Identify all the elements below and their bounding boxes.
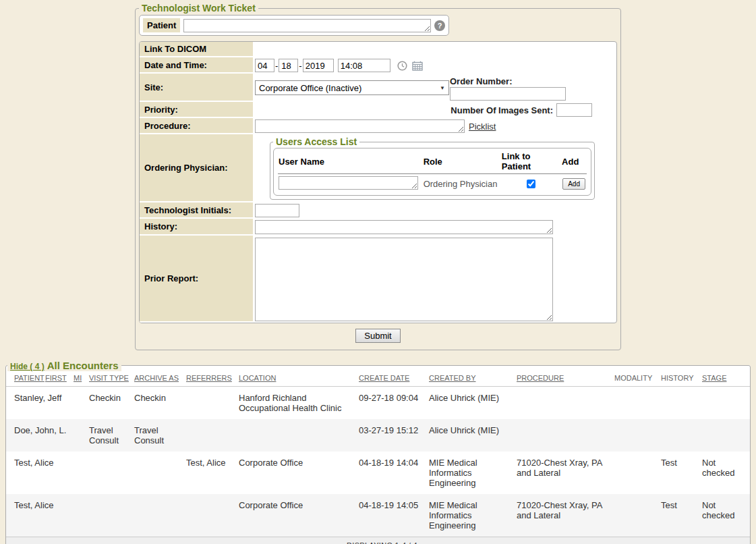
cell-modality bbox=[614, 452, 661, 494]
column-header-location[interactable]: LOCATION bbox=[239, 371, 359, 387]
cell-procedure bbox=[517, 387, 614, 420]
ual-header-add: Add bbox=[561, 151, 587, 174]
cell-modality bbox=[614, 494, 661, 537]
column-header-create-date[interactable]: CREATE DATE bbox=[359, 371, 429, 387]
technologist-initials-input[interactable] bbox=[255, 204, 299, 217]
cell-stage bbox=[702, 419, 750, 452]
all-encounters-panel: Hide ( 4 )All Encounters PATIENT FIRST M… bbox=[5, 360, 751, 544]
history-row: History: bbox=[140, 219, 616, 236]
cell-mi bbox=[74, 452, 89, 494]
displaying-count: DISPLAYING 1-4 / 4 bbox=[6, 537, 750, 544]
cell-visit-type: Checkin bbox=[89, 387, 134, 420]
cell-created-by: Alice Uhrick (MIE) bbox=[429, 419, 517, 452]
cell-stage bbox=[702, 387, 750, 420]
column-header-archive-as[interactable]: ARCHIVE AS bbox=[134, 371, 186, 387]
cell-stage: Not checked bbox=[702, 452, 750, 494]
procedure-row: Procedure: Picklist bbox=[140, 118, 616, 134]
column-header-procedure[interactable]: PROCEDURE bbox=[517, 371, 614, 387]
site-select[interactable]: Corporate Office (Inactive) ▼ bbox=[255, 80, 449, 95]
order-number-input[interactable] bbox=[450, 87, 566, 101]
date-time-label: Date and Time: bbox=[140, 57, 253, 74]
encounter-row[interactable]: Doe, John, L. Travel Consult Travel Cons… bbox=[6, 419, 750, 452]
cell-create-date: 03-27-19 15:12 bbox=[359, 419, 429, 452]
procedure-content: Picklist bbox=[253, 118, 616, 134]
encounters-header-row: PATIENT FIRST MI VISIT TYPE ARCHIVE AS R… bbox=[6, 371, 750, 387]
cell-create-date: 04-18-19 14:05 bbox=[359, 494, 429, 537]
column-header-created-by[interactable]: CREATED BY bbox=[429, 371, 517, 387]
procedure-input[interactable] bbox=[255, 119, 465, 133]
table-footer-row: DISPLAYING 1-4 / 4 bbox=[6, 537, 750, 544]
cell-referrers bbox=[186, 494, 239, 537]
calendar-icon[interactable] bbox=[412, 61, 423, 71]
cell-procedure bbox=[517, 419, 614, 452]
ordering-physician-content: Users Access List User Name Role Link to… bbox=[253, 134, 616, 202]
ual-header-user-name: User Name bbox=[278, 151, 423, 174]
time-input[interactable] bbox=[338, 59, 390, 72]
patient-input[interactable] bbox=[183, 19, 431, 32]
history-input[interactable] bbox=[255, 220, 553, 234]
submit-row: Submit bbox=[139, 323, 617, 344]
work-ticket-fields: Link To DICOM Date and Time: - - bbox=[139, 41, 617, 323]
cell-created-by: MIE Medical Informatics Engineering bbox=[429, 452, 517, 494]
cell-location: Corporate Office bbox=[239, 494, 359, 537]
encounter-row[interactable]: Stanley, Jeff Checkin Checkin Hanford Ri… bbox=[6, 387, 750, 420]
help-icon[interactable]: ? bbox=[434, 20, 445, 31]
submit-button[interactable]: Submit bbox=[355, 329, 400, 343]
site-label: Site: bbox=[140, 74, 253, 102]
all-encounters-title: All Encounters bbox=[47, 360, 119, 371]
cell-create-date: 04-18-19 14:04 bbox=[359, 452, 429, 494]
add-user-button[interactable]: Add bbox=[562, 178, 585, 190]
cell-referrers bbox=[186, 419, 239, 452]
cell-referrers: Test, Alice bbox=[186, 452, 239, 494]
prior-report-row: Prior Report: bbox=[140, 236, 616, 323]
users-access-list: Users Access List User Name Role Link to… bbox=[270, 136, 595, 200]
user-name-input[interactable] bbox=[279, 176, 418, 190]
date-day-input[interactable] bbox=[279, 59, 298, 72]
column-header-first[interactable]: FIRST bbox=[45, 371, 74, 387]
date-separator: - bbox=[275, 61, 278, 71]
cell-patient: Doe, John, L. bbox=[6, 419, 45, 452]
order-number-group: Order Number: bbox=[450, 75, 566, 101]
cell-mi bbox=[74, 419, 89, 452]
ual-header-role: Role bbox=[423, 151, 501, 174]
chevron-down-icon: ▼ bbox=[440, 85, 445, 91]
cell-patient: Test, Alice bbox=[6, 452, 45, 494]
link-to-patient-checkbox[interactable] bbox=[527, 180, 535, 188]
link-to-dicom-label: Link To DICOM bbox=[140, 42, 253, 57]
images-sent-input[interactable] bbox=[556, 103, 592, 117]
cell-modality bbox=[614, 387, 661, 420]
cell-history: Test bbox=[661, 494, 702, 537]
cell-mi bbox=[74, 387, 89, 420]
column-header-visit-type[interactable]: VISIT TYPE bbox=[89, 371, 134, 387]
picklist-link[interactable]: Picklist bbox=[469, 121, 496, 132]
date-month-input[interactable] bbox=[255, 59, 274, 72]
column-header-patient[interactable]: PATIENT bbox=[6, 371, 45, 387]
prior-report-label: Prior Report: bbox=[140, 236, 253, 323]
cell-archive-as: Checkin bbox=[134, 387, 186, 420]
order-number-label: Order Number: bbox=[450, 76, 512, 86]
cell-visit-type bbox=[89, 494, 134, 537]
ual-role-value: Ordering Physician bbox=[423, 174, 501, 192]
ual-header-link-to-patient: Link to Patient bbox=[501, 151, 561, 174]
procedure-label: Procedure: bbox=[140, 118, 253, 134]
prior-report-input[interactable] bbox=[255, 238, 553, 321]
column-header-referrers[interactable]: REFERRERS bbox=[186, 371, 239, 387]
images-sent-label: Number Of Images Sent: bbox=[450, 105, 553, 115]
date-year-input[interactable] bbox=[303, 59, 334, 72]
cell-history: Test bbox=[661, 452, 702, 494]
cell-create-date: 09-27-18 09:04 bbox=[359, 387, 429, 420]
cell-created-by: MIE Medical Informatics Engineering bbox=[429, 494, 517, 537]
link-to-dicom-content bbox=[253, 42, 616, 57]
site-row: Site: Corporate Office (Inactive) ▼ Orde… bbox=[140, 74, 616, 102]
prior-report-content bbox=[253, 236, 616, 323]
encounter-row[interactable]: Test, Alice Corporate Office 04-18-19 14… bbox=[6, 494, 750, 537]
clock-icon[interactable] bbox=[397, 61, 407, 71]
column-header-stage[interactable]: STAGE bbox=[702, 371, 750, 387]
hide-link[interactable]: Hide ( 4 ) bbox=[10, 362, 45, 371]
priority-label: Priority: bbox=[140, 102, 253, 118]
link-to-dicom-row: Link To DICOM bbox=[140, 42, 616, 57]
column-header-mi[interactable]: MI bbox=[74, 371, 89, 387]
cell-procedure: 71020-Chest Xray, PA and Lateral bbox=[517, 452, 614, 494]
priority-content: Number Of Images Sent: bbox=[253, 102, 616, 118]
encounter-row[interactable]: Test, Alice Test, Alice Corporate Office… bbox=[6, 452, 750, 494]
